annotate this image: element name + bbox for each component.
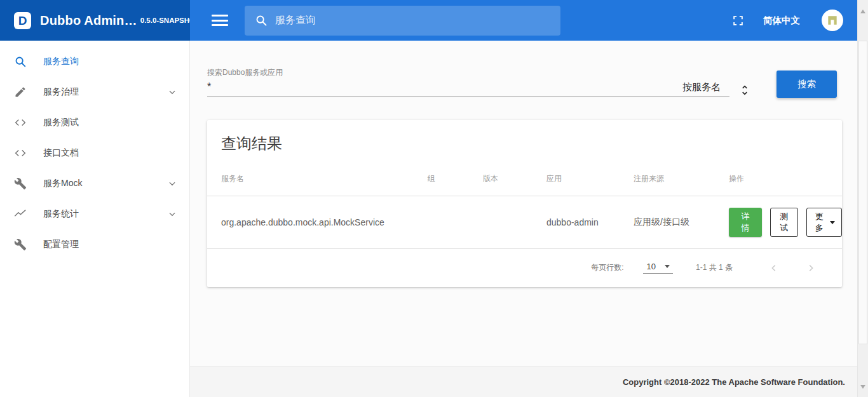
filter-type-select[interactable]: 按服务名	[677, 81, 729, 93]
cell-application: dubbo-admin	[546, 196, 634, 249]
scrollbar-thumb[interactable]	[858, 41, 867, 344]
detail-button[interactable]: 详情	[729, 208, 762, 237]
main-area: 搜索Dubbo服务或应用 按服务名 搜索	[190, 41, 857, 397]
chevron-down-icon	[166, 208, 178, 220]
service-search-input[interactable]	[207, 81, 677, 93]
sidebar-item-label: 配置管理	[43, 239, 79, 250]
search-submit-button[interactable]: 搜索	[776, 71, 837, 98]
scroll-up-arrow-icon[interactable]	[860, 10, 865, 13]
cell-group	[428, 196, 483, 249]
sidebar-item-service-test[interactable]: 服务测试	[0, 107, 189, 138]
scroll-down-arrow-icon[interactable]	[860, 385, 865, 389]
global-search-input[interactable]	[275, 15, 551, 26]
dubbo-admin-page: D Dubbo Admin… 0.5.0-SNAPSHOT	[0, 0, 868, 397]
cell-version	[483, 196, 546, 249]
avatar-glyph-icon	[826, 14, 839, 27]
sidebar: 服务查询 服务治理 服务测试	[0, 41, 190, 397]
code-icon	[13, 115, 28, 130]
col-group: 组	[428, 170, 483, 196]
test-button[interactable]: 测试	[770, 208, 798, 237]
code-icon	[13, 145, 28, 161]
service-search-form: 搜索Dubbo服务或应用 按服务名 搜索	[207, 41, 842, 98]
app-version: 0.5.0-SNAPSHOT	[140, 17, 190, 24]
dubbo-logo: D	[14, 12, 31, 29]
chevron-down-icon	[166, 178, 178, 189]
cell-register-source: 应用级/接口级	[634, 196, 729, 249]
rows-per-page-label: 每页行数:	[591, 262, 623, 273]
next-page-button[interactable]	[792, 262, 829, 274]
chevron-down-icon	[166, 86, 178, 98]
cell-service-name: org.apache.dubbo.mock.api.MockService	[207, 196, 428, 249]
global-search-box[interactable]	[245, 6, 560, 36]
wrench-icon	[13, 237, 28, 252]
fullscreen-icon[interactable]	[732, 15, 744, 27]
sidebar-item-label: 服务测试	[43, 117, 79, 128]
footer: Copyright ©2018-2022 The Apache Software…	[190, 367, 857, 397]
table-row: org.apache.dubbo.mock.api.MockService du…	[207, 196, 842, 249]
previous-page-button[interactable]	[756, 262, 792, 274]
search-icon	[254, 13, 268, 27]
sidebar-item-label: 接口文档	[43, 147, 79, 159]
app-bar-brand: D Dubbo Admin… 0.5.0-SNAPSHOT	[0, 0, 190, 41]
menu-icon[interactable]	[212, 15, 228, 26]
rows-per-page-value: 10	[647, 262, 656, 271]
copyright-text: Copyright ©2018-2022 The Apache Software…	[623, 377, 845, 387]
sidebar-item-label: 服务查询	[43, 56, 79, 67]
sidebar-item-service-governance[interactable]: 服务治理	[0, 77, 189, 107]
col-service-name: 服务名	[207, 170, 428, 196]
more-button[interactable]: 更多	[806, 208, 842, 237]
sidebar-item-label: 服务治理	[43, 86, 79, 98]
pagination-range: 1-1 共 1 条	[696, 262, 733, 273]
col-application: 应用	[546, 170, 634, 196]
chevron-right-icon	[805, 262, 817, 274]
app-bar-toolbar: 简体中文	[190, 0, 857, 41]
sidebar-item-service-search[interactable]: 服务查询	[0, 46, 189, 77]
search-field-label: 搜索Dubbo服务或应用	[207, 67, 729, 77]
caret-down-icon	[830, 221, 835, 224]
wrench-icon	[13, 176, 28, 191]
chart-line-icon	[13, 206, 28, 222]
pagination: 每页行数: 10 1-1 共 1 条	[207, 249, 842, 287]
unfold-more-icon[interactable]	[738, 84, 751, 97]
caret-down-icon	[665, 265, 670, 268]
language-switcher[interactable]: 简体中文	[763, 15, 800, 27]
sidebar-item-config-management[interactable]: 配置管理	[0, 229, 189, 260]
app-bar: D Dubbo Admin… 0.5.0-SNAPSHOT	[0, 0, 857, 41]
more-button-label: 更多	[813, 211, 825, 234]
col-version: 版本	[483, 170, 546, 196]
app-title: Dubbo Admin…	[40, 13, 137, 28]
sidebar-item-label: 服务Mock	[43, 178, 82, 189]
pencil-icon	[13, 84, 28, 100]
results-card: 查询结果 服务名 组 版本 应用	[207, 120, 842, 287]
chevron-left-icon	[768, 262, 780, 274]
cell-operations: 详情 测试 更多	[729, 196, 842, 249]
sidebar-item-service-metrics[interactable]: 服务统计	[0, 199, 189, 229]
results-title: 查询结果	[207, 120, 842, 170]
search-icon	[13, 54, 28, 69]
sidebar-item-service-mock[interactable]: 服务Mock	[0, 168, 189, 199]
avatar[interactable]	[822, 10, 843, 31]
col-register-source: 注册来源	[634, 170, 729, 196]
table-header-row: 服务名 组 版本 应用 注册来源 操作	[207, 170, 842, 196]
sidebar-item-api-docs[interactable]: 接口文档	[0, 138, 189, 168]
sidebar-item-label: 服务统计	[43, 208, 79, 220]
vertical-scrollbar[interactable]	[857, 0, 868, 397]
col-operations: 操作	[729, 170, 842, 196]
results-table: 服务名 组 版本 应用 注册来源 操作 org.apac	[207, 170, 842, 249]
rows-per-page-select[interactable]: 10	[643, 262, 673, 274]
